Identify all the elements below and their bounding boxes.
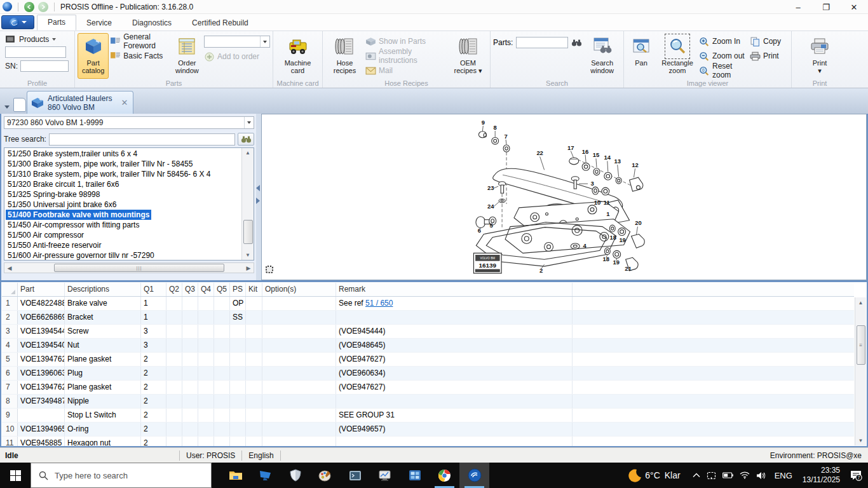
- table-row[interactable]: 1 VOE4822488 Brake valve 1 OP See ref 51…: [2, 297, 854, 311]
- blue-app-button[interactable]: [400, 463, 430, 488]
- binoculars-icon[interactable]: [571, 38, 582, 48]
- select-all-cell[interactable]: [2, 283, 18, 296]
- rectangle-zoom-button[interactable]: Rectangle zoom: [657, 33, 698, 79]
- print-small-button[interactable]: Print: [750, 50, 783, 62]
- table-row[interactable]: 11 VOE945885 Hexagon nut 2: [2, 437, 854, 446]
- taskbar-search[interactable]: Type here to search: [31, 463, 212, 488]
- file-explorer-button[interactable]: [220, 463, 250, 488]
- column-header-q3[interactable]: Q3: [182, 283, 198, 296]
- tree-item[interactable]: 51/250 Brake system,trailer units 6 x 4: [6, 149, 139, 159]
- tree-item[interactable]: 51/310 Brake system, pipe work, trailer …: [6, 169, 212, 179]
- column-header-q1[interactable]: Q1: [141, 283, 166, 296]
- machine-card-button[interactable]: Machine card: [277, 33, 319, 79]
- application-menu-button[interactable]: [1, 15, 34, 29]
- sn-input[interactable]: [20, 60, 69, 72]
- search-window-button[interactable]: Search window: [583, 33, 621, 79]
- table-row[interactable]: 5 VOE13947627 Plane gasket 2 (VOE947627): [2, 353, 854, 367]
- defender-button[interactable]: [280, 463, 310, 488]
- table-row[interactable]: 3 VOE13945444 Screw 3 (VOE945444): [2, 325, 854, 339]
- collapse-right-icon[interactable]: [256, 198, 260, 204]
- weather-widget[interactable]: 6°C Klar: [645, 470, 689, 480]
- column-header-part[interactable]: Part: [18, 283, 65, 296]
- pc-settings-button[interactable]: [250, 463, 280, 488]
- model-select[interactable]: 97230 860 Volvo BM 1-9999: [4, 116, 254, 129]
- tree-item[interactable]: 51/500 Air compressor: [6, 230, 86, 240]
- forward-button[interactable]: [38, 2, 48, 12]
- close-button[interactable]: ✕: [840, 0, 868, 14]
- close-tab-icon[interactable]: ✕: [120, 98, 129, 107]
- column-header-q5[interactable]: Q5: [214, 283, 230, 296]
- panel-splitter[interactable]: [256, 114, 261, 280]
- remark-link[interactable]: 51 / 650: [365, 299, 393, 308]
- mail-button[interactable]: Mail: [365, 65, 447, 76]
- paint-button[interactable]: [310, 463, 340, 488]
- column-header-q2[interactable]: Q2: [166, 283, 182, 296]
- scroll-right-icon[interactable]: ▶: [243, 265, 254, 271]
- collapse-left-icon[interactable]: [256, 185, 260, 191]
- language-indicator[interactable]: ENG: [770, 471, 797, 480]
- scroll-up-icon[interactable]: ▲: [242, 148, 254, 158]
- general-foreword-button[interactable]: General Foreword: [110, 36, 170, 47]
- copy-button[interactable]: Copy: [750, 36, 783, 47]
- chrome-button[interactable]: [430, 463, 459, 488]
- tree-item[interactable]: 51/325 Spring-brake 98998: [6, 189, 102, 200]
- table-vertical-scrollbar[interactable]: ▲ ≡ ▼: [855, 297, 866, 445]
- tree-item[interactable]: 51/400 Footbrake valve with mountings: [6, 210, 151, 220]
- scrollbar-thumb[interactable]: [243, 220, 253, 244]
- tree-horizontal-scrollbar[interactable]: ◀ ||| ▶: [4, 262, 254, 273]
- print-button[interactable]: Print ▾: [799, 33, 841, 79]
- basic-facts-button[interactable]: Basic Facts: [110, 50, 170, 62]
- table-row[interactable]: 10 VOE13949657 O-ring 2 (VOE949657): [2, 423, 854, 437]
- oem-recipes-button[interactable]: OEM recipes ▾: [449, 33, 487, 79]
- minimize-button[interactable]: –: [784, 0, 812, 14]
- tab-certified-rebuild[interactable]: Certified Rebuild: [182, 16, 259, 30]
- document-tab-articulated-haulers[interactable]: Articulated Haulers 860 Volvo BM ✕: [27, 91, 133, 114]
- tray-chevron-icon[interactable]: [689, 473, 703, 478]
- tree-item[interactable]: 51/300 Brake system, pipe work, trailer …: [6, 159, 194, 169]
- product-input[interactable]: [5, 46, 66, 58]
- scroll-up-icon[interactable]: ▲: [855, 297, 866, 308]
- hose-recipes-button[interactable]: Hose recipes: [325, 33, 364, 79]
- column-header-options[interactable]: Option(s): [262, 283, 336, 296]
- products-button[interactable]: Products: [5, 34, 69, 44]
- tab-service[interactable]: Service: [76, 16, 122, 30]
- tree-item[interactable]: 51/320 Brake circuit 1, trailer 6x6: [6, 179, 121, 189]
- speaker-icon[interactable]: [753, 471, 770, 480]
- start-button[interactable]: [0, 463, 31, 488]
- tree-search-input[interactable]: [49, 133, 235, 146]
- column-header-ps[interactable]: PS: [230, 283, 246, 296]
- tree-item[interactable]: 51/450 Air-compressor with fitting parts: [6, 220, 141, 230]
- tab-list-dropdown-button[interactable]: [2, 102, 11, 112]
- image-pan-handle[interactable]: [266, 266, 273, 273]
- parts-search-input[interactable]: [516, 37, 568, 48]
- battery-icon[interactable]: [719, 472, 736, 478]
- zoom-in-button[interactable]: Zoom In: [699, 36, 749, 47]
- zoom-out-button[interactable]: Zoom out: [699, 50, 749, 62]
- clock[interactable]: 23:35 13/11/2025: [797, 466, 844, 485]
- console-button[interactable]: [340, 463, 370, 488]
- table-row[interactable]: 7 VOE13947627 Plane gasket 2 (VOE947627): [2, 381, 854, 395]
- add-to-order-button[interactable]: Add to order: [204, 51, 270, 62]
- show-in-parts-button[interactable]: Show in Parts: [365, 36, 447, 47]
- pan-button[interactable]: Pan: [627, 33, 656, 79]
- scroll-down-icon[interactable]: ▼: [855, 435, 866, 445]
- column-header-kit[interactable]: Kit: [246, 283, 262, 296]
- table-row[interactable]: 4 VOE13945408 Nut 3 (VOE948645): [2, 339, 854, 353]
- restore-button[interactable]: ❐: [812, 0, 840, 14]
- tree-vertical-scrollbar[interactable]: ▲ ▼: [241, 148, 254, 260]
- scroll-left-icon[interactable]: ◀: [4, 265, 15, 271]
- part-catalog-button[interactable]: Part catalog: [78, 33, 109, 79]
- notification-center-button[interactable]: 7: [844, 470, 868, 481]
- tree-item[interactable]: 51/350 Universal joint brake 6x6: [6, 200, 118, 210]
- image-viewer-panel[interactable]: VOLVO BM 16139 9872217161514131232324101…: [261, 114, 867, 280]
- column-header-remark[interactable]: Remark: [336, 283, 573, 296]
- tab-parts[interactable]: Parts: [37, 15, 76, 30]
- tab-diagnostics[interactable]: Diagnostics: [122, 16, 182, 30]
- column-header-descriptions[interactable]: Descriptions: [65, 283, 141, 296]
- scrollbar-thumb[interactable]: ≡: [857, 325, 865, 365]
- tablet-mode-icon[interactable]: [703, 471, 719, 480]
- tree-item[interactable]: 51/600 Air-pressure governor tillv nr -5…: [6, 250, 156, 261]
- table-row[interactable]: 9 Stop Lt Switch 2 SEE GROUP 31: [2, 409, 854, 423]
- tree-item[interactable]: 51/550 Anti-freeze reservoir: [6, 240, 103, 250]
- column-header-q4[interactable]: Q4: [198, 283, 214, 296]
